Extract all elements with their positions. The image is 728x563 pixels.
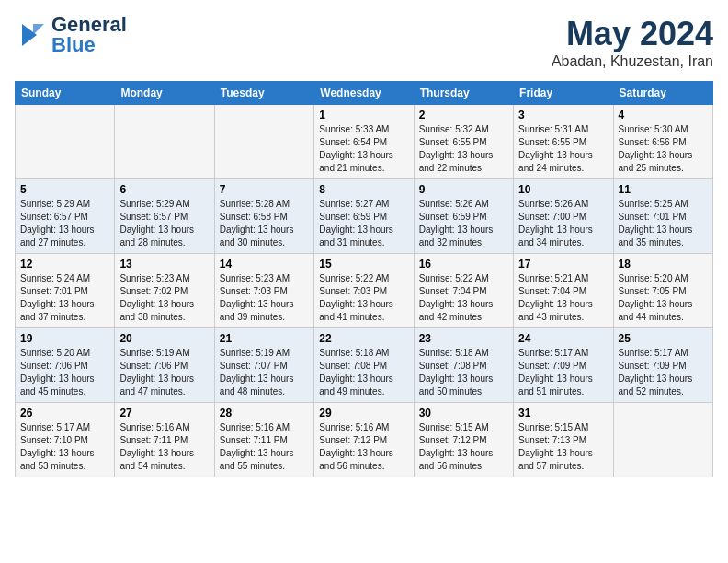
day-number: 26 bbox=[20, 407, 109, 419]
calendar-cell: 12Sunrise: 5:24 AMSunset: 7:01 PMDayligh… bbox=[16, 254, 115, 328]
day-info: Sunrise: 5:31 AMSunset: 6:55 PMDaylight:… bbox=[518, 123, 608, 175]
calendar-cell: 9Sunrise: 5:26 AMSunset: 6:59 PMDaylight… bbox=[414, 179, 513, 254]
calendar-cell: 20Sunrise: 5:19 AMSunset: 7:06 PMDayligh… bbox=[115, 328, 214, 403]
day-number: 15 bbox=[319, 258, 408, 270]
calendar-cell: 28Sunrise: 5:16 AMSunset: 7:11 PMDayligh… bbox=[214, 403, 313, 477]
day-number: 16 bbox=[419, 258, 508, 270]
calendar-cell bbox=[16, 105, 115, 179]
calendar-cell: 8Sunrise: 5:27 AMSunset: 6:59 PMDaylight… bbox=[314, 179, 414, 254]
day-number: 6 bbox=[119, 183, 209, 196]
col-wednesday: Wednesday bbox=[314, 82, 414, 105]
calendar-week-row: 5Sunrise: 5:29 AMSunset: 6:57 PMDaylight… bbox=[16, 179, 713, 254]
day-info: Sunrise: 5:20 AMSunset: 7:05 PMDaylight:… bbox=[619, 272, 708, 324]
calendar-week-row: 19Sunrise: 5:20 AMSunset: 7:06 PMDayligh… bbox=[16, 328, 713, 403]
col-friday: Friday bbox=[514, 82, 613, 105]
day-number: 4 bbox=[619, 109, 708, 121]
day-info: Sunrise: 5:18 AMSunset: 7:08 PMDaylight:… bbox=[319, 347, 408, 398]
calendar-cell bbox=[613, 403, 712, 477]
day-info: Sunrise: 5:32 AMSunset: 6:55 PMDaylight:… bbox=[419, 123, 508, 175]
calendar-week-row: 12Sunrise: 5:24 AMSunset: 7:01 PMDayligh… bbox=[16, 254, 713, 328]
calendar-cell: 6Sunrise: 5:29 AMSunset: 6:57 PMDaylight… bbox=[115, 179, 214, 254]
day-number: 28 bbox=[220, 407, 309, 419]
calendar-cell: 30Sunrise: 5:15 AMSunset: 7:12 PMDayligh… bbox=[414, 403, 513, 477]
calendar-header-row: Sunday Monday Tuesday Wednesday Thursday… bbox=[16, 82, 713, 105]
day-info: Sunrise: 5:17 AMSunset: 7:09 PMDaylight:… bbox=[518, 347, 608, 398]
day-number: 11 bbox=[619, 183, 708, 196]
calendar-table: Sunday Monday Tuesday Wednesday Thursday… bbox=[15, 81, 713, 477]
calendar-cell: 2Sunrise: 5:32 AMSunset: 6:55 PMDaylight… bbox=[414, 105, 513, 179]
calendar-cell: 22Sunrise: 5:18 AMSunset: 7:08 PMDayligh… bbox=[314, 328, 414, 403]
calendar-cell: 5Sunrise: 5:29 AMSunset: 6:57 PMDaylight… bbox=[16, 179, 115, 254]
day-number: 7 bbox=[220, 183, 309, 196]
calendar-week-row: 1Sunrise: 5:33 AMSunset: 6:54 PMDaylight… bbox=[16, 105, 713, 179]
calendar-cell: 27Sunrise: 5:16 AMSunset: 7:11 PMDayligh… bbox=[115, 403, 214, 477]
calendar-cell: 24Sunrise: 5:17 AMSunset: 7:09 PMDayligh… bbox=[514, 328, 613, 403]
day-number: 10 bbox=[518, 183, 608, 196]
logo-text: General Blue bbox=[51, 15, 127, 55]
calendar-cell: 31Sunrise: 5:15 AMSunset: 7:13 PMDayligh… bbox=[514, 403, 613, 477]
day-info: Sunrise: 5:26 AMSunset: 7:00 PMDaylight:… bbox=[518, 198, 608, 249]
calendar-cell: 25Sunrise: 5:17 AMSunset: 7:09 PMDayligh… bbox=[613, 328, 712, 403]
day-info: Sunrise: 5:22 AMSunset: 7:03 PMDaylight:… bbox=[319, 272, 408, 324]
calendar-cell: 16Sunrise: 5:22 AMSunset: 7:04 PMDayligh… bbox=[414, 254, 513, 328]
day-number: 17 bbox=[518, 258, 608, 270]
calendar-cell: 18Sunrise: 5:20 AMSunset: 7:05 PMDayligh… bbox=[613, 254, 712, 328]
col-monday: Monday bbox=[115, 82, 214, 105]
calendar-body: 1Sunrise: 5:33 AMSunset: 6:54 PMDaylight… bbox=[16, 105, 713, 477]
day-info: Sunrise: 5:22 AMSunset: 7:04 PMDaylight:… bbox=[419, 272, 508, 324]
calendar-cell: 17Sunrise: 5:21 AMSunset: 7:04 PMDayligh… bbox=[514, 254, 613, 328]
day-number: 2 bbox=[419, 109, 508, 121]
calendar-cell: 1Sunrise: 5:33 AMSunset: 6:54 PMDaylight… bbox=[314, 105, 414, 179]
title-block: May 2024 Abadan, Khuzestan, Iran bbox=[552, 15, 713, 70]
logo: General Blue bbox=[15, 15, 127, 55]
day-number: 18 bbox=[619, 258, 708, 270]
day-number: 27 bbox=[119, 407, 209, 419]
day-info: Sunrise: 5:29 AMSunset: 6:57 PMDaylight:… bbox=[20, 198, 109, 249]
calendar-cell: 3Sunrise: 5:31 AMSunset: 6:55 PMDaylight… bbox=[514, 105, 613, 179]
day-info: Sunrise: 5:17 AMSunset: 7:09 PMDaylight:… bbox=[619, 347, 708, 398]
calendar-cell: 19Sunrise: 5:20 AMSunset: 7:06 PMDayligh… bbox=[16, 328, 115, 403]
day-info: Sunrise: 5:15 AMSunset: 7:12 PMDaylight:… bbox=[419, 421, 508, 473]
day-number: 8 bbox=[319, 183, 408, 196]
day-info: Sunrise: 5:27 AMSunset: 6:59 PMDaylight:… bbox=[319, 198, 408, 249]
day-number: 9 bbox=[419, 183, 508, 196]
day-number: 30 bbox=[419, 407, 508, 419]
day-info: Sunrise: 5:23 AMSunset: 7:03 PMDaylight:… bbox=[220, 272, 309, 324]
calendar-cell: 4Sunrise: 5:30 AMSunset: 6:56 PMDaylight… bbox=[613, 105, 712, 179]
calendar-cell: 23Sunrise: 5:18 AMSunset: 7:08 PMDayligh… bbox=[414, 328, 513, 403]
day-info: Sunrise: 5:18 AMSunset: 7:08 PMDaylight:… bbox=[419, 347, 508, 398]
day-number: 23 bbox=[419, 332, 508, 345]
day-info: Sunrise: 5:20 AMSunset: 7:06 PMDaylight:… bbox=[20, 347, 109, 398]
col-tuesday: Tuesday bbox=[214, 82, 313, 105]
col-saturday: Saturday bbox=[613, 82, 712, 105]
day-number: 31 bbox=[518, 407, 608, 419]
calendar-cell: 26Sunrise: 5:17 AMSunset: 7:10 PMDayligh… bbox=[16, 403, 115, 477]
day-number: 13 bbox=[119, 258, 209, 270]
day-number: 3 bbox=[518, 109, 608, 121]
day-number: 21 bbox=[220, 332, 309, 345]
calendar-cell bbox=[214, 105, 313, 179]
calendar-cell: 15Sunrise: 5:22 AMSunset: 7:03 PMDayligh… bbox=[314, 254, 414, 328]
day-number: 29 bbox=[319, 407, 408, 419]
day-info: Sunrise: 5:23 AMSunset: 7:02 PMDaylight:… bbox=[119, 272, 209, 324]
day-info: Sunrise: 5:28 AMSunset: 6:58 PMDaylight:… bbox=[220, 198, 309, 249]
col-thursday: Thursday bbox=[414, 82, 513, 105]
day-number: 12 bbox=[20, 258, 109, 270]
day-info: Sunrise: 5:15 AMSunset: 7:13 PMDaylight:… bbox=[518, 421, 608, 473]
day-info: Sunrise: 5:19 AMSunset: 7:07 PMDaylight:… bbox=[220, 347, 309, 398]
day-info: Sunrise: 5:16 AMSunset: 7:11 PMDaylight:… bbox=[119, 421, 209, 473]
calendar-cell: 14Sunrise: 5:23 AMSunset: 7:03 PMDayligh… bbox=[214, 254, 313, 328]
day-info: Sunrise: 5:26 AMSunset: 6:59 PMDaylight:… bbox=[419, 198, 508, 249]
day-number: 24 bbox=[518, 332, 608, 345]
day-info: Sunrise: 5:16 AMSunset: 7:11 PMDaylight:… bbox=[220, 421, 309, 473]
calendar-cell: 7Sunrise: 5:28 AMSunset: 6:58 PMDaylight… bbox=[214, 179, 313, 254]
calendar-cell: 10Sunrise: 5:26 AMSunset: 7:00 PMDayligh… bbox=[514, 179, 613, 254]
day-info: Sunrise: 5:17 AMSunset: 7:10 PMDaylight:… bbox=[20, 421, 109, 473]
day-number: 14 bbox=[220, 258, 309, 270]
day-info: Sunrise: 5:16 AMSunset: 7:12 PMDaylight:… bbox=[319, 421, 408, 473]
day-number: 5 bbox=[20, 183, 109, 196]
svg-marker-1 bbox=[33, 24, 44, 35]
logo-icon bbox=[15, 18, 48, 52]
calendar-cell: 13Sunrise: 5:23 AMSunset: 7:02 PMDayligh… bbox=[115, 254, 214, 328]
day-info: Sunrise: 5:25 AMSunset: 7:01 PMDaylight:… bbox=[619, 198, 708, 249]
